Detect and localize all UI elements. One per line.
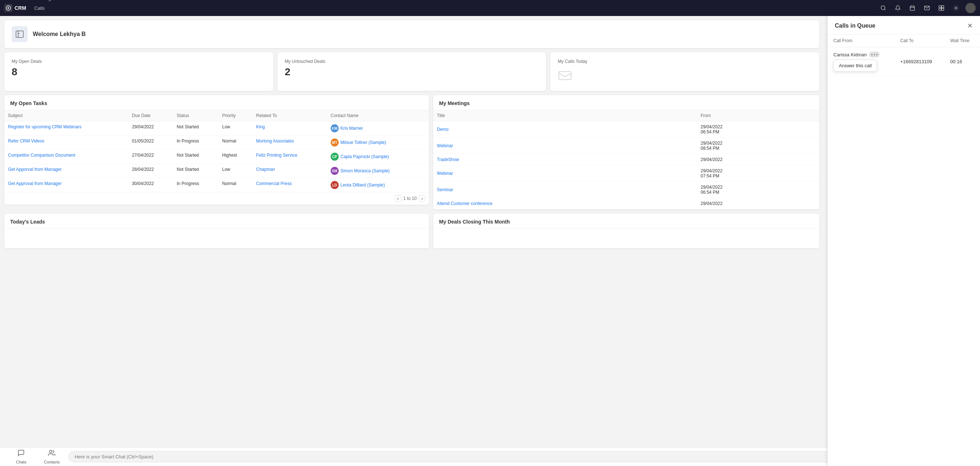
settings-icon[interactable]	[951, 3, 961, 13]
svg-rect-11	[942, 8, 944, 11]
list-item: Demo 29/04/2022 06:54 PM	[433, 121, 819, 138]
nav-item-meetings[interactable]: Meetings	[30, 0, 57, 3]
calls-today-label: My Calls Today	[558, 59, 587, 64]
user-avatar[interactable]	[966, 3, 976, 13]
nav-item-calls[interactable]: Calls	[30, 3, 57, 13]
task-related-link[interactable]: Feltz Printing Service	[256, 153, 297, 158]
svg-rect-9	[942, 5, 944, 8]
welcome-icon	[12, 26, 28, 42]
calendar-icon[interactable]	[907, 3, 918, 13]
col-priority: Priority	[219, 110, 253, 121]
table-row: Get Apporval from Manager 28/04/2022 Not…	[4, 164, 429, 178]
svg-point-15	[50, 450, 52, 453]
meeting-title-link[interactable]: Demo	[437, 127, 449, 132]
app-logo[interactable]: CRM	[4, 4, 26, 12]
svg-rect-8	[939, 5, 941, 8]
task-contact-link[interactable]: Capla Paprocki (Sample)	[340, 154, 389, 159]
task-subject-link[interactable]: Refer CRM Videos	[8, 138, 45, 144]
task-subject-link[interactable]: Register for upcoming CRM Webinars	[8, 124, 81, 129]
task-related-link[interactable]: Chapman	[256, 167, 275, 172]
caller-name: Carissa Kidman • • •	[834, 52, 889, 57]
col-subject: Subject	[4, 110, 129, 121]
queue-table: Call From Call To Wait Time Carissa Kidm…	[827, 35, 980, 76]
svg-rect-14	[559, 71, 571, 79]
apps-icon[interactable]	[936, 3, 947, 13]
open-deals-card: My Open Deals 8	[4, 52, 273, 91]
caller-options-button[interactable]: • • •	[869, 52, 880, 57]
today-leads-card: Today's Leads	[4, 214, 429, 248]
open-tasks-header: My Open Tasks	[4, 95, 429, 110]
pagination-text: 1 to 10	[403, 196, 417, 201]
svg-rect-3	[910, 6, 915, 11]
call-to-number: +16692813109	[894, 47, 944, 76]
task-related-link[interactable]: Commercial Press	[256, 181, 292, 186]
queue-content: Call From Call To Wait Time Carissa Kidm…	[827, 35, 980, 466]
next-page-button[interactable]: ›	[419, 195, 425, 202]
deals-closing-empty	[433, 229, 819, 248]
task-related-link[interactable]: Morlong Associates	[256, 138, 294, 144]
notifications-icon[interactable]	[893, 3, 903, 13]
task-contact-link[interactable]: Leota Dilliard (Sample)	[340, 182, 385, 187]
stats-row: My Open Deals 8 My Untouched Deals 2 My …	[4, 52, 819, 91]
table-row: Register for upcoming CRM Webinars 29/04…	[4, 121, 429, 136]
task-subject-link[interactable]: Competitor Comparison Document	[8, 153, 75, 158]
today-leads-header: Today's Leads	[4, 214, 429, 229]
open-deals-value: 8	[12, 66, 266, 78]
task-contact-link[interactable]: Mitsue Tollner (Sample)	[340, 140, 386, 145]
task-contact-link[interactable]: Simon Morasca (Sample)	[340, 168, 390, 173]
svg-point-12	[955, 7, 957, 9]
smart-chat-input[interactable]	[68, 451, 913, 462]
deals-closing-card: My Deals Closing This Month	[433, 214, 819, 248]
today-leads-column: Today's Leads	[4, 214, 429, 248]
svg-rect-10	[939, 8, 941, 11]
contacts-icon	[48, 449, 55, 458]
call-wait-time: 00:16	[944, 47, 980, 76]
chats-button[interactable]: Chats	[7, 447, 35, 466]
table-row: Refer CRM Videos 01/05/2022 In Progress …	[4, 136, 429, 150]
queue-col-wait: Wait Time	[944, 35, 980, 47]
queue-title: Calls in Queue	[835, 22, 875, 29]
meetings-card: My Meetings Title From Demo 29/04/2022 0…	[433, 95, 819, 209]
contact-avatar: MT	[331, 138, 339, 146]
prev-page-button[interactable]: ‹	[395, 195, 401, 202]
task-subject-link[interactable]: Get Apporval from Manager	[8, 167, 62, 172]
open-deals-label: My Open Deals	[12, 59, 266, 64]
deals-closing-column: My Deals Closing This Month	[433, 214, 819, 248]
meetings-table: Title From Demo 29/04/2022 06:54 PM Webi…	[433, 110, 819, 209]
svg-rect-13	[16, 31, 23, 38]
untouched-deals-card: My Untouched Deals 2	[278, 52, 546, 91]
task-subject-link[interactable]: Get Approval from Manager	[8, 181, 62, 186]
queue-close-button[interactable]: ✕	[967, 22, 973, 29]
meeting-title-link[interactable]: TradeShow	[437, 157, 459, 162]
main-container: Welcome Lekhya B My Open Deals 8 My Unto…	[0, 16, 980, 466]
deals-closing-header: My Deals Closing This Month	[433, 214, 819, 229]
contact-avatar: SM	[331, 167, 339, 175]
col-contact-name: Contact Name	[327, 110, 429, 121]
caller-name-text: Carissa Kidman	[834, 52, 867, 57]
col-due-date: Due Date	[129, 110, 173, 121]
contact-avatar: KM	[331, 124, 339, 132]
task-contact-link[interactable]: Kris Marrier	[340, 126, 363, 131]
meeting-title-link[interactable]: Attend Customer conference	[437, 201, 493, 206]
task-related-link[interactable]: King	[256, 124, 265, 129]
queue-panel-header: Calls in Queue ✕	[827, 16, 980, 35]
list-item: TradeShow 29/04/2022	[433, 154, 819, 165]
search-icon[interactable]	[878, 3, 888, 13]
contacts-button[interactable]: Contacts	[35, 447, 68, 466]
bottom-cards-row: Today's Leads My Deals Closing This Mont…	[4, 214, 819, 248]
mail-icon[interactable]	[922, 3, 932, 13]
open-tasks-card: My Open Tasks Subject Due Date Status Pr…	[4, 95, 429, 204]
list-item: Webinar 29/04/2022 08:54 PM	[433, 138, 819, 154]
app-name: CRM	[14, 5, 26, 11]
today-leads-empty	[4, 229, 429, 248]
answer-call-button[interactable]: Answer this call	[834, 60, 877, 71]
table-row: Get Approval from Manager 30/04/2022 In …	[4, 178, 429, 192]
list-item: Attend Customer conference 29/04/2022	[433, 198, 819, 209]
logo-icon	[4, 4, 13, 12]
contact-avatar: LD	[331, 181, 339, 189]
untouched-deals-value: 2	[285, 66, 539, 78]
meeting-title-link[interactable]: Webinar	[437, 143, 453, 148]
meeting-title-link[interactable]: Webinar	[437, 171, 453, 176]
chats-label: Chats	[16, 460, 27, 464]
meeting-title-link[interactable]: Seminar	[437, 187, 453, 192]
